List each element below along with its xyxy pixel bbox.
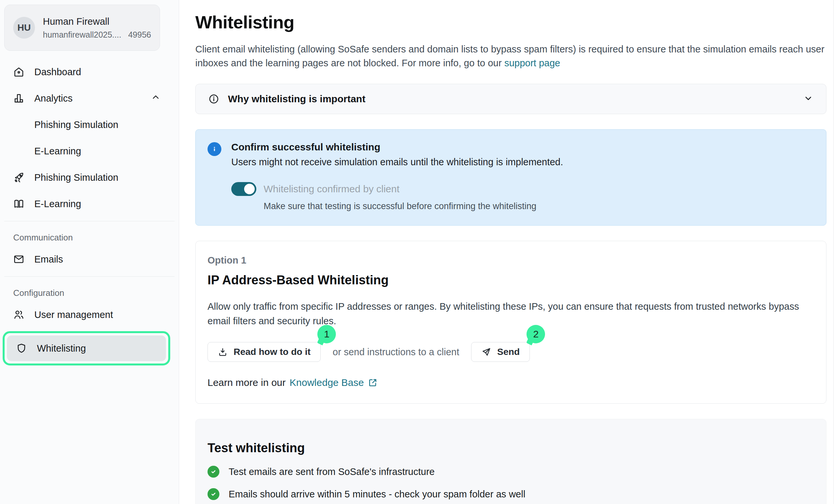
step-badge-1: 1 (317, 325, 336, 343)
selected-item-highlight: Whitelisting (3, 331, 170, 366)
option1-card: Option 1 IP Address-Based Whitelisting A… (195, 241, 826, 404)
sidebar-nav: Dashboard Analytics Phishing Simulation … (4, 62, 174, 366)
sidebar-item-label: Phishing Simulation (34, 172, 118, 183)
callout-body: Users might not receive simulation email… (231, 157, 563, 168)
sidebar-item-dashboard[interactable]: Dashboard (4, 62, 174, 82)
sidebar-item-label: Emails (34, 254, 63, 265)
sidebar-item-label: E-Learning (34, 146, 81, 157)
org-name: Human Firewall (43, 16, 151, 27)
sidebar-item-phishing-simulation[interactable]: Phishing Simulation (4, 168, 174, 187)
toggle-help-text: Make sure that testing is successful bef… (264, 201, 563, 211)
send-button[interactable]: Send (471, 342, 530, 362)
callout-content: Confirm successful whitelisting Users mi… (231, 141, 563, 211)
avatar: HU (13, 17, 35, 39)
users-icon (13, 309, 24, 320)
info-filled-icon (208, 142, 221, 156)
sidebar-item-emails[interactable]: Emails (4, 249, 174, 269)
knowledge-base-link[interactable]: Knowledge Base (290, 377, 364, 388)
page-title: Whitelisting (195, 12, 827, 32)
rocket-icon (13, 172, 24, 183)
check-text: Emails should arrive within 5 minutes - … (229, 489, 525, 500)
chevron-up-icon[interactable] (151, 92, 161, 104)
option1-kicker: Option 1 (208, 255, 814, 266)
toggle-label: Whitelisting confirmed by client (264, 183, 400, 195)
sidebar-item-label: Analytics (34, 93, 73, 104)
sidebar-item-label: User management (34, 309, 113, 320)
home-icon (13, 66, 24, 78)
section-label-configuration: Configuration (4, 288, 174, 298)
between-buttons-text: or send instructions to a client (332, 347, 459, 357)
shield-icon (16, 343, 27, 354)
sidebar-item-analytics[interactable]: Analytics (4, 89, 174, 108)
callout-title: Confirm successful whitelisting (231, 141, 563, 153)
check-circle-icon (208, 466, 220, 478)
app-window: HU Human Firewall humanfirewall2025.... … (0, 0, 836, 504)
option1-heading: IP Address-Based Whitelisting (208, 273, 814, 287)
external-link-icon (368, 378, 378, 388)
sidebar-item-label: E-Learning (34, 198, 81, 210)
learn-more-prefix: Learn more in our (208, 377, 286, 388)
divider (4, 221, 174, 221)
org-switcher[interactable]: HU Human Firewall humanfirewall2025.... … (4, 5, 160, 51)
option1-actions: Read how to do it 1 or send instructions… (208, 342, 814, 362)
sidebar-item-analytics-e-learning[interactable]: E-Learning (4, 141, 174, 161)
test-whitelisting-card: Test whitelisting Test emails are sent f… (195, 419, 826, 504)
book-open-icon (13, 198, 24, 210)
main-content: Whitelisting Client email whitelisting (… (179, 0, 836, 504)
check-circle-icon (208, 488, 220, 500)
toggle-knob (244, 184, 255, 194)
page-intro: Client email whitelisting (allowing SoSa… (195, 42, 827, 70)
why-whitelisting-accordion[interactable]: Why whitelisting is important (195, 84, 826, 114)
read-how-to-do-it-button[interactable]: Read how to do it (208, 342, 321, 362)
info-icon (208, 93, 220, 104)
sidebar-item-whitelisting[interactable]: Whitelisting (7, 335, 166, 361)
chevron-down-icon (803, 93, 814, 105)
download-icon (218, 347, 228, 357)
whitelisting-confirmed-toggle[interactable] (231, 182, 256, 196)
sidebar-item-user-management[interactable]: User management (4, 305, 174, 325)
sidebar-item-label: Dashboard (34, 66, 81, 78)
org-domain: humanfirewall2025.... (43, 30, 121, 40)
org-number: 49956 (128, 30, 151, 40)
section-label-communication: Communication (4, 233, 174, 243)
test-check-item: Test emails are sent from SoSafe's infra… (208, 466, 814, 478)
learn-more-row: Learn more in our Knowledge Base (208, 377, 814, 388)
sidebar-item-label: Phishing Simulation (34, 119, 118, 130)
divider (4, 276, 174, 277)
confirm-whitelisting-callout: Confirm successful whitelisting Users mi… (195, 129, 826, 226)
check-text: Test emails are sent from SoSafe's infra… (229, 466, 435, 477)
scrollbar-track[interactable] (833, 0, 834, 504)
option1-body: Allow only traffic from specific IP addr… (208, 299, 801, 328)
sidebar-item-analytics-phishing-simulation[interactable]: Phishing Simulation (4, 115, 174, 135)
test-check-item: Emails should arrive within 5 minutes - … (208, 488, 814, 500)
step-badge-2: 2 (527, 325, 545, 343)
sidebar: HU Human Firewall humanfirewall2025.... … (0, 0, 179, 504)
test-heading: Test whitelisting (208, 441, 814, 455)
send-icon (481, 347, 491, 357)
org-meta: Human Firewall humanfirewall2025.... 499… (43, 16, 151, 40)
support-page-link[interactable]: support page (505, 58, 560, 68)
sidebar-item-label: Whitelisting (37, 343, 86, 354)
mail-icon (13, 254, 24, 265)
bar-chart-icon (13, 93, 24, 104)
accordion-title: Why whitelisting is important (228, 93, 365, 104)
sidebar-item-e-learning[interactable]: E-Learning (4, 194, 174, 214)
